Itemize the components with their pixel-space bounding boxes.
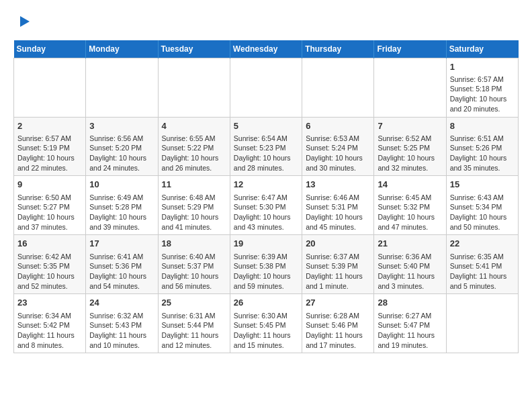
day-info: Daylight: 10 hours and 59 minutes. (234, 271, 298, 291)
day-number: 10 (89, 179, 154, 191)
calendar-cell: 27Sunrise: 6:28 AMSunset: 5:46 PMDayligh… (302, 294, 374, 353)
day-info: Daylight: 10 hours and 35 minutes. (450, 153, 515, 173)
day-info: Sunrise: 6:48 AM (162, 193, 226, 203)
calendar-cell: 21Sunrise: 6:36 AMSunset: 5:40 PMDayligh… (374, 235, 446, 294)
calendar-cell: 10Sunrise: 6:49 AMSunset: 5:28 PMDayligh… (86, 176, 158, 235)
calendar-cell (86, 58, 158, 117)
day-info: Sunrise: 6:50 AM (17, 193, 82, 203)
day-number: 4 (162, 120, 226, 132)
day-info: Daylight: 10 hours and 26 minutes. (162, 153, 226, 173)
day-info: Sunrise: 6:30 AM (234, 311, 298, 321)
day-info: Sunset: 5:40 PM (378, 261, 442, 271)
day-info: Sunset: 5:42 PM (17, 320, 82, 330)
day-number: 23 (17, 297, 82, 309)
day-info: Daylight: 10 hours and 56 minutes. (162, 271, 226, 291)
day-number: 14 (378, 179, 442, 191)
day-info: Sunrise: 6:28 AM (306, 311, 370, 321)
day-info: Sunset: 5:19 PM (17, 143, 82, 153)
day-info: Sunset: 5:47 PM (378, 320, 442, 330)
calendar-cell: 9Sunrise: 6:50 AMSunset: 5:27 PMDaylight… (14, 176, 86, 235)
day-info: Sunset: 5:30 PM (234, 202, 298, 212)
day-info: Sunset: 5:29 PM (162, 202, 226, 212)
calendar-cell: 28Sunrise: 6:27 AMSunset: 5:47 PMDayligh… (374, 294, 446, 353)
day-info: Sunrise: 6:47 AM (234, 193, 298, 203)
day-info: Sunrise: 6:36 AM (378, 252, 442, 262)
day-info: Sunset: 5:39 PM (306, 261, 370, 271)
day-number: 11 (162, 179, 226, 191)
day-number: 13 (306, 179, 370, 191)
day-info: Daylight: 11 hours and 8 minutes. (17, 330, 82, 350)
day-number: 25 (162, 297, 226, 309)
day-number: 24 (89, 297, 154, 309)
day-info: Daylight: 10 hours and 50 minutes. (450, 212, 515, 232)
day-number: 20 (306, 238, 370, 250)
day-info: Sunrise: 6:45 AM (378, 193, 442, 203)
day-info: Daylight: 10 hours and 24 minutes. (89, 153, 154, 173)
calendar-cell: 13Sunrise: 6:46 AMSunset: 5:31 PMDayligh… (302, 176, 374, 235)
day-number: 16 (17, 238, 82, 250)
day-info: Sunset: 5:27 PM (17, 202, 82, 212)
calendar-week-row: 9Sunrise: 6:50 AMSunset: 5:27 PMDaylight… (14, 176, 519, 235)
calendar-cell (158, 58, 230, 117)
day-info: Daylight: 10 hours and 47 minutes. (378, 212, 442, 232)
svg-marker-0 (20, 16, 30, 27)
day-info: Daylight: 10 hours and 41 minutes. (162, 212, 226, 232)
day-info: Sunset: 5:35 PM (17, 261, 82, 271)
calendar-cell: 17Sunrise: 6:41 AMSunset: 5:36 PMDayligh… (86, 235, 158, 294)
day-number: 8 (450, 120, 515, 132)
day-info: Daylight: 10 hours and 32 minutes. (378, 153, 442, 173)
logo (13, 13, 31, 34)
calendar-cell: 12Sunrise: 6:47 AMSunset: 5:30 PMDayligh… (230, 176, 302, 235)
day-number: 17 (89, 238, 154, 250)
day-info: Sunset: 5:26 PM (450, 143, 515, 153)
calendar-cell: 22Sunrise: 6:35 AMSunset: 5:41 PMDayligh… (446, 235, 518, 294)
weekday-header: Thursday (302, 40, 374, 58)
calendar-cell: 4Sunrise: 6:55 AMSunset: 5:22 PMDaylight… (158, 117, 230, 176)
day-info: Sunrise: 6:49 AM (89, 193, 154, 203)
day-info: Daylight: 10 hours and 28 minutes. (234, 153, 298, 173)
weekday-header: Friday (374, 40, 446, 58)
day-number: 5 (234, 120, 298, 132)
calendar-week-row: 2Sunrise: 6:57 AMSunset: 5:19 PMDaylight… (14, 117, 519, 176)
calendar-cell (302, 58, 374, 117)
day-info: Daylight: 10 hours and 22 minutes. (17, 153, 82, 173)
day-info: Sunrise: 6:46 AM (306, 193, 370, 203)
day-info: Daylight: 10 hours and 52 minutes. (17, 271, 82, 291)
calendar-cell: 2Sunrise: 6:57 AMSunset: 5:19 PMDaylight… (14, 117, 86, 176)
day-info: Daylight: 11 hours and 3 minutes. (378, 271, 442, 291)
calendar-cell (230, 58, 302, 117)
day-info: Sunrise: 6:43 AM (450, 193, 515, 203)
day-info: Sunrise: 6:32 AM (89, 311, 154, 321)
logo-text (13, 13, 31, 34)
calendar-cell: 15Sunrise: 6:43 AMSunset: 5:34 PMDayligh… (446, 176, 518, 235)
day-info: Sunrise: 6:52 AM (378, 134, 442, 144)
day-info: Sunset: 5:31 PM (306, 202, 370, 212)
day-info: Sunset: 5:43 PM (89, 320, 154, 330)
day-info: Sunset: 5:37 PM (162, 261, 226, 271)
day-info: Sunset: 5:44 PM (162, 320, 226, 330)
weekday-header: Saturday (446, 40, 518, 58)
day-info: Sunset: 5:25 PM (378, 143, 442, 153)
day-info: Sunrise: 6:42 AM (17, 252, 82, 262)
day-info: Sunset: 5:32 PM (378, 202, 442, 212)
day-info: Daylight: 10 hours and 37 minutes. (17, 212, 82, 232)
day-info: Daylight: 11 hours and 5 minutes. (450, 271, 515, 291)
day-info: Sunrise: 6:39 AM (234, 252, 298, 262)
day-info: Daylight: 10 hours and 43 minutes. (234, 212, 298, 232)
calendar-cell (446, 294, 518, 353)
page-header (13, 13, 519, 34)
day-info: Sunrise: 6:55 AM (162, 134, 226, 144)
day-number: 22 (450, 238, 515, 250)
day-number: 7 (378, 120, 442, 132)
day-info: Daylight: 11 hours and 12 minutes. (162, 330, 226, 350)
calendar-cell: 6Sunrise: 6:53 AMSunset: 5:24 PMDaylight… (302, 117, 374, 176)
calendar-cell: 11Sunrise: 6:48 AMSunset: 5:29 PMDayligh… (158, 176, 230, 235)
weekday-header-row: SundayMondayTuesdayWednesdayThursdayFrid… (14, 40, 519, 58)
day-info: Sunset: 5:34 PM (450, 202, 515, 212)
day-info: Daylight: 11 hours and 17 minutes. (306, 330, 370, 350)
day-info: Sunset: 5:18 PM (450, 84, 515, 94)
day-info: Daylight: 11 hours and 15 minutes. (234, 330, 298, 350)
day-info: Sunrise: 6:57 AM (17, 134, 82, 144)
day-number: 12 (234, 179, 298, 191)
day-info: Sunset: 5:41 PM (450, 261, 515, 271)
